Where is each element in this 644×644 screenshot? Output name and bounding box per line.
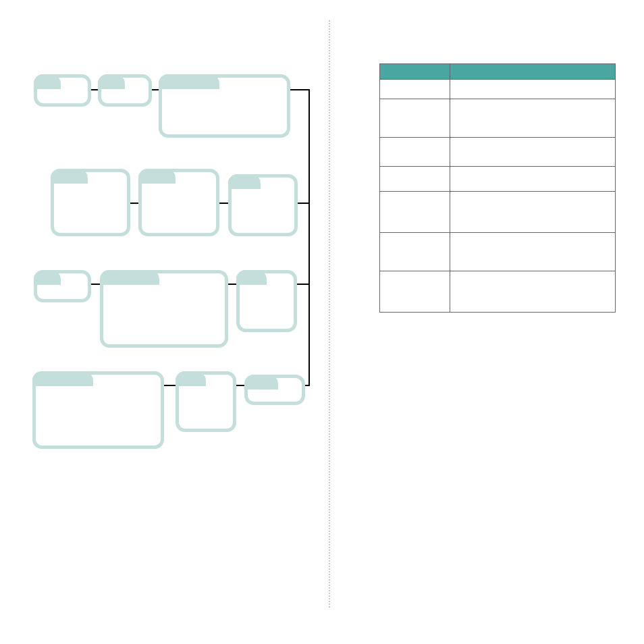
node-tab bbox=[236, 270, 267, 285]
table-row bbox=[380, 167, 616, 192]
diagram-node bbox=[244, 375, 305, 405]
table-row bbox=[380, 80, 616, 99]
node-tab bbox=[34, 74, 61, 89]
table-cell-a bbox=[380, 192, 450, 233]
diagram-node bbox=[32, 371, 164, 449]
node-tab bbox=[228, 174, 261, 189]
node-tab bbox=[176, 371, 206, 386]
connector-v bbox=[308, 89, 310, 204]
connector-v bbox=[308, 203, 310, 285]
table-cell-b bbox=[450, 138, 616, 167]
diagram-node bbox=[51, 169, 130, 236]
table-header-row bbox=[380, 64, 616, 80]
table-cell-b bbox=[450, 192, 616, 233]
page bbox=[0, 0, 644, 644]
table-row bbox=[380, 192, 616, 233]
table-cell-b bbox=[450, 271, 616, 313]
connector-v bbox=[308, 284, 310, 386]
table-header-b bbox=[450, 64, 616, 80]
diagram-node bbox=[236, 270, 297, 332]
node-tab bbox=[51, 169, 88, 184]
table-cell-b bbox=[450, 233, 616, 271]
diagram-node bbox=[228, 174, 298, 236]
node-tab bbox=[34, 270, 61, 285]
table-cell-b bbox=[450, 167, 616, 192]
table-cell-a bbox=[380, 233, 450, 271]
node-tab bbox=[98, 74, 125, 89]
table-cell-a bbox=[380, 271, 450, 313]
node-tab bbox=[159, 74, 219, 89]
diagram-node bbox=[34, 270, 91, 302]
node-tab bbox=[100, 270, 159, 285]
table-row bbox=[380, 99, 616, 138]
diagram-node bbox=[34, 74, 91, 107]
table-cell-a bbox=[380, 99, 450, 138]
table-row bbox=[380, 271, 616, 313]
diagram-node bbox=[100, 270, 228, 348]
diagram-node bbox=[159, 74, 290, 138]
node-tab bbox=[32, 371, 93, 386]
node-tab bbox=[138, 169, 176, 184]
diagram-node bbox=[98, 74, 152, 107]
center-divider bbox=[329, 20, 330, 608]
table-cell-a bbox=[380, 167, 450, 192]
table-cell-a bbox=[380, 138, 450, 167]
table-cell-b bbox=[450, 80, 616, 99]
node-tab bbox=[244, 375, 278, 390]
table-row bbox=[380, 233, 616, 271]
table-cell-a bbox=[380, 80, 450, 99]
table-cell-b bbox=[450, 99, 616, 138]
table-row bbox=[380, 138, 616, 167]
diagram-node bbox=[176, 371, 236, 432]
diagram-node bbox=[138, 169, 219, 236]
reference-table bbox=[379, 63, 616, 313]
table-header-a bbox=[380, 64, 450, 80]
